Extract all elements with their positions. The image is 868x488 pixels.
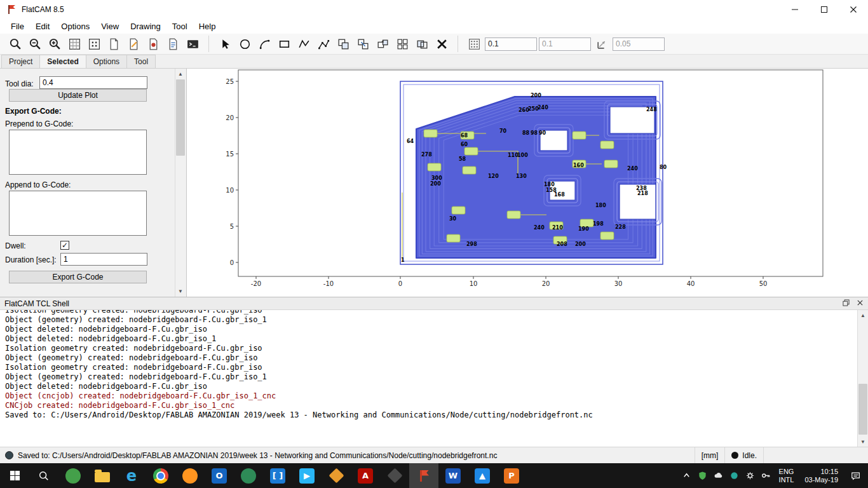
tray-circle-icon[interactable]: [726, 463, 742, 488]
pcb-label: 98: [531, 130, 538, 136]
pointer-icon[interactable]: [216, 35, 234, 53]
taskbar-app-green-app[interactable]: [58, 463, 88, 488]
tool-dia-input[interactable]: [39, 76, 147, 89]
taskbar-app-outlook[interactable]: O: [205, 463, 234, 488]
tab-selected[interactable]: Selected: [39, 55, 86, 68]
shell-scrollbar[interactable]: ▲ ▼: [857, 310, 868, 447]
editor-ok-icon[interactable]: [144, 35, 162, 53]
x-tick-label: 50: [759, 280, 768, 287]
grid-settings-icon[interactable]: [85, 35, 103, 53]
taskbar-app-drawio[interactable]: [322, 463, 351, 488]
idle-label: Idle.: [742, 451, 757, 460]
grid-toggle-icon[interactable]: [65, 35, 83, 53]
move-objects-icon[interactable]: [374, 35, 391, 53]
shell-scroll-thumb[interactable]: [858, 384, 867, 435]
taskbar-app-photos[interactable]: ▲: [468, 463, 497, 488]
minimize-button[interactable]: [780, 0, 810, 19]
tray-gear-icon[interactable]: [742, 463, 758, 488]
float-shell-icon[interactable]: [843, 299, 850, 308]
menu-item-file[interactable]: File: [5, 20, 30, 32]
taskbar-clock[interactable]: 10:15 03-May-19: [799, 468, 844, 484]
append-textarea[interactable]: [9, 191, 147, 236]
snap-max-input[interactable]: [613, 37, 665, 51]
scroll-down-icon[interactable]: ▼: [858, 437, 868, 447]
edit-geometry-icon[interactable]: [125, 35, 142, 53]
taskbar-app-file-explorer[interactable]: [88, 463, 117, 488]
tray-shield-icon[interactable]: [695, 463, 710, 488]
start-button[interactable]: [0, 463, 29, 488]
menu-item-drawing[interactable]: Drawing: [125, 20, 166, 32]
prepend-textarea[interactable]: [9, 130, 147, 175]
update-plot-button[interactable]: Update Plot: [9, 89, 147, 102]
toolbar-separator: [208, 36, 209, 52]
delete-shape-icon[interactable]: [433, 35, 451, 53]
shell-body[interactable]: Isolation geometry created: nodebridgebo…: [0, 309, 868, 447]
tray-chevron-icon[interactable]: [679, 463, 695, 488]
script-icon[interactable]: [164, 35, 182, 53]
new-project-icon[interactable]: [105, 35, 123, 53]
export-gcode-heading: Export G-Code:: [5, 107, 62, 116]
taskbar-app-earth[interactable]: [234, 463, 263, 488]
taskbar-app-orange-app[interactable]: P: [497, 463, 526, 488]
plot-region: 2002602502402486427868605870889890110100…: [187, 69, 868, 297]
draw-polygon-icon[interactable]: [295, 35, 313, 53]
shell-icon[interactable]: [184, 35, 201, 53]
taskbar-app-acrobat[interactable]: A: [351, 463, 380, 488]
scroll-up-icon[interactable]: ▲: [858, 310, 868, 321]
zoom-out-icon[interactable]: [26, 35, 44, 53]
pcb-pad: [573, 132, 586, 139]
snap-grid-icon[interactable]: [465, 35, 483, 53]
menu-item-options[interactable]: Options: [55, 20, 95, 32]
menu-item-help[interactable]: Help: [193, 20, 222, 32]
export-gcode-button[interactable]: Export G-Code: [9, 271, 147, 283]
scroll-down-icon[interactable]: ▼: [175, 286, 186, 297]
taskbar-app-firefox[interactable]: [175, 463, 205, 488]
taskbar-app-edge[interactable]: e: [117, 463, 146, 488]
keyboard-layout: INTL: [779, 476, 794, 484]
taskbar-app-word[interactable]: W: [438, 463, 468, 488]
plot-canvas[interactable]: 2002602502402486427868605870889890110100…: [187, 69, 868, 297]
shell-line: Object deleted: nodebridgeboard-F.Cu.gbr…: [5, 325, 854, 334]
taskbar-app-chrome[interactable]: [146, 463, 175, 488]
close-shell-icon[interactable]: [857, 299, 864, 308]
array-objects-icon[interactable]: [393, 35, 411, 53]
tab-project[interactable]: Project: [1, 55, 40, 68]
duplicate-objects-icon[interactable]: [354, 35, 372, 53]
pcb-label: 240: [627, 166, 638, 172]
taskbar-app-flatcam[interactable]: [409, 463, 438, 488]
draw-arc-icon[interactable]: [255, 35, 273, 53]
zoom-in-icon[interactable]: [46, 35, 64, 53]
scroll-up-icon[interactable]: ▲: [175, 69, 186, 79]
panel-scroll-thumb[interactable]: [176, 79, 185, 156]
copy-objects-icon[interactable]: [334, 35, 352, 53]
menu-item-edit[interactable]: Edit: [30, 20, 55, 32]
shell-line: Saved to: C:/Users/Android/Desktop/FABLA…: [5, 410, 854, 420]
panel-scrollbar[interactable]: ▲ ▼: [175, 69, 186, 297]
grid-y-input[interactable]: [539, 37, 591, 51]
draw-rectangle-icon[interactable]: [275, 35, 293, 53]
tab-tool[interactable]: Tool: [126, 55, 156, 68]
tray-key-icon[interactable]: [758, 463, 774, 488]
taskbar-search-button[interactable]: [29, 463, 58, 488]
menu-item-view[interactable]: View: [95, 20, 125, 32]
taskbar-app-media-app[interactable]: ▶: [292, 463, 322, 488]
tab-options[interactable]: Options: [86, 55, 127, 68]
taskbar-app-inkscape[interactable]: [380, 463, 409, 488]
dwell-checkbox[interactable]: ✓: [60, 241, 69, 250]
duration-input[interactable]: [60, 253, 147, 266]
action-center-icon[interactable]: [844, 463, 868, 488]
close-button[interactable]: [839, 0, 868, 19]
zoom-fit-icon[interactable]: [6, 35, 24, 53]
snap-corner-icon[interactable]: [593, 35, 611, 53]
menu-item-tool[interactable]: Tool: [166, 20, 193, 32]
join-objects-icon[interactable]: [413, 35, 431, 53]
grid-x-input[interactable]: [485, 37, 537, 51]
maximize-button[interactable]: [810, 0, 839, 19]
pcb-label: 228: [615, 224, 626, 230]
draw-path-icon[interactable]: [315, 35, 332, 53]
tray-cloud-icon[interactable]: [710, 463, 726, 488]
draw-circle-icon[interactable]: [236, 35, 254, 53]
language-indicator[interactable]: ENG INTL: [774, 468, 799, 484]
pcb-label: 240: [538, 105, 548, 111]
taskbar-app-code-app[interactable]: [ ]: [263, 463, 292, 488]
